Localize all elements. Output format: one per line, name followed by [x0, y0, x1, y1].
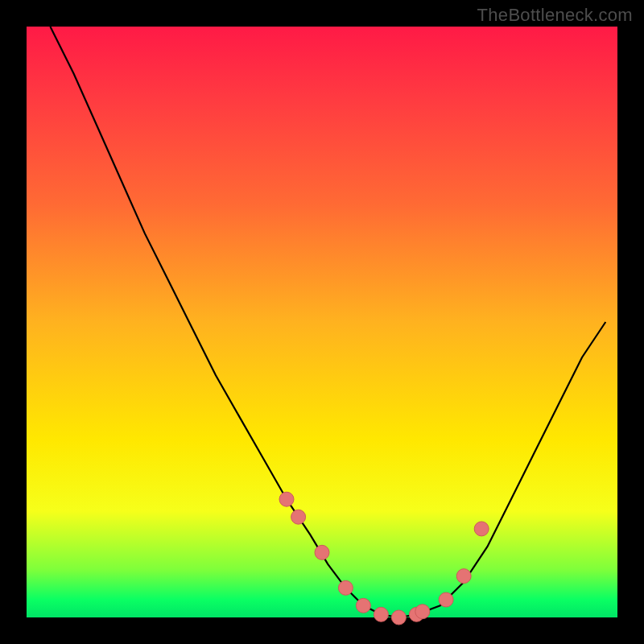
highlighted-point — [391, 610, 406, 625]
highlighted-point — [439, 592, 453, 607]
highlighted-point — [456, 569, 471, 584]
chart-frame: TheBottleneck.com — [0, 0, 644, 644]
highlighted-point — [474, 522, 489, 536]
bottleneck-curve — [50, 27, 605, 617]
highlighted-point — [291, 510, 306, 524]
watermark-text: TheBottleneck.com — [477, 5, 633, 26]
highlighted-point — [338, 580, 353, 595]
highlighted-point — [356, 598, 370, 613]
highlighted-point — [374, 607, 388, 621]
highlighted-point — [415, 605, 430, 619]
chart-svg — [27, 27, 617, 617]
highlighted-point — [279, 492, 294, 506]
highlighted-point — [315, 545, 329, 559]
highlighted-points-group — [279, 492, 489, 625]
